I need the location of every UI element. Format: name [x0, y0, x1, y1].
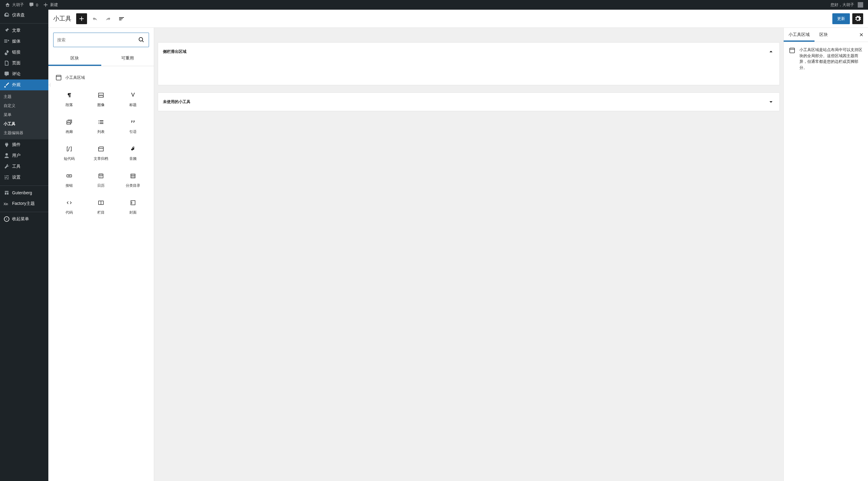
block-columns[interactable]: 栏目	[85, 194, 117, 221]
submenu-themes[interactable]: 主题	[0, 92, 49, 101]
new-label: 新建	[50, 2, 58, 7]
paragraph-icon	[66, 92, 73, 99]
admin-bar-new[interactable]: 新建	[40, 0, 60, 10]
dashboard-icon	[4, 12, 10, 18]
page-title: 小工具	[53, 14, 71, 23]
tab-reusable[interactable]: 可重用	[101, 52, 154, 66]
menu-pages[interactable]: 页面	[0, 58, 49, 69]
update-button[interactable]: 更新	[832, 13, 850, 24]
block-image[interactable]: 图像	[85, 87, 117, 114]
admin-bar-comments[interactable]: 0	[26, 0, 40, 10]
submenu-menus[interactable]: 菜单	[0, 110, 49, 119]
block-audio[interactable]: 音频	[117, 140, 149, 167]
menu-plugins[interactable]: 插件	[0, 139, 49, 150]
list-icon	[118, 15, 125, 22]
editor-canvas: 侧栏滑出区域 未使用的小工具	[154, 28, 783, 481]
menu-posts[interactable]: 文章	[0, 25, 49, 36]
widget-area-icon	[788, 47, 796, 54]
widget-area-1-header[interactable]: 侧栏滑出区域	[158, 42, 779, 61]
widget-area-1: 侧栏滑出区域	[158, 42, 780, 85]
block-heading[interactable]: 标题	[117, 87, 149, 114]
menu-collapse[interactable]: 收起菜单	[0, 214, 49, 224]
main: 小工具 更新 区块 可重用	[49, 10, 868, 481]
undo-icon	[91, 15, 98, 22]
block-gallery[interactable]: 画廊	[53, 114, 85, 140]
svg-text:Xin: Xin	[4, 202, 8, 206]
settings-close-button[interactable]	[855, 28, 868, 41]
admin-bar-site[interactable]: 大胡子	[2, 0, 26, 10]
link-icon	[4, 49, 10, 55]
svg-point-8	[133, 177, 133, 178]
shortcode-icon	[66, 145, 73, 153]
close-icon	[859, 32, 864, 37]
submenu-editor[interactable]: 主题编辑器	[0, 128, 49, 137]
settings-tab-area[interactable]: 小工具区域	[784, 28, 814, 42]
admin-bar-user[interactable]: 您好，大胡子	[828, 0, 866, 10]
tab-blocks[interactable]: 区块	[49, 52, 101, 66]
pin-icon	[4, 28, 10, 34]
settings-tabs: 小工具区域 区块	[784, 28, 868, 42]
quote-icon	[129, 119, 136, 126]
svg-point-5	[133, 176, 133, 177]
collapse-icon	[4, 216, 10, 222]
wrench-icon	[4, 163, 10, 169]
menu-links[interactable]: 链接	[0, 47, 49, 58]
block-button[interactable]: 按钮	[53, 167, 85, 194]
image-icon	[97, 92, 104, 99]
svg-point-9	[134, 177, 134, 178]
block-code[interactable]: 代码	[53, 194, 85, 221]
menu-comments[interactable]: 评论	[0, 69, 49, 79]
list-view-button[interactable]	[116, 13, 127, 24]
widget-area-2: 未使用的小工具	[158, 92, 780, 111]
search-input[interactable]	[57, 37, 138, 42]
svg-point-4	[131, 176, 132, 177]
submenu-customize[interactable]: 自定义	[0, 101, 49, 110]
svg-point-6	[134, 176, 134, 177]
chevron-up-icon	[767, 48, 775, 55]
search-box[interactable]	[53, 33, 149, 47]
block-archives[interactable]: 文章归档	[85, 140, 117, 167]
gutenberg-icon	[4, 190, 10, 196]
site-name: 大胡子	[12, 2, 24, 7]
inserter-tabs: 区块 可重用	[49, 52, 154, 66]
calendar-icon	[97, 172, 104, 180]
block-quote[interactable]: 引语	[117, 114, 149, 140]
block-categories[interactable]: 分类目录	[117, 167, 149, 194]
settings-tab-block[interactable]: 区块	[814, 28, 833, 42]
widget-area-2-header[interactable]: 未使用的小工具	[158, 93, 779, 111]
menu-appearance[interactable]: 外观	[0, 79, 49, 90]
menu-settings[interactable]: 设置	[0, 172, 49, 183]
heading-icon	[129, 92, 136, 99]
block-calendar[interactable]: 日历	[85, 167, 117, 194]
undo-button[interactable]	[89, 13, 100, 24]
block-shortcode[interactable]: 短代码	[53, 140, 85, 167]
plus-icon	[78, 15, 85, 22]
audio-icon	[129, 145, 136, 153]
widget-area-1-body[interactable]	[158, 61, 779, 85]
menu-media[interactable]: 媒体	[0, 36, 49, 47]
list-icon	[97, 119, 104, 126]
menu-gutenberg[interactable]: Gutenberg	[0, 187, 49, 198]
add-block-button[interactable]	[76, 13, 87, 24]
submenu-widgets[interactable]: 小工具	[0, 119, 49, 128]
widget-area-icon	[55, 74, 62, 81]
widget-area-2-title: 未使用的小工具	[163, 99, 190, 104]
block-inserter: 区块 可重用 小工具区域 段落 图像 标题 画廊 列表 引语	[49, 28, 154, 481]
button-icon	[66, 172, 73, 180]
admin-bar: 大胡子 0 新建 您好，大胡子	[0, 0, 868, 10]
menu-users[interactable]: 用户	[0, 150, 49, 161]
redo-button[interactable]	[103, 13, 114, 24]
comment-icon	[29, 2, 34, 7]
menu-dashboard[interactable]: 仪表盘	[0, 10, 49, 21]
comment-icon	[4, 71, 10, 77]
menu-tools[interactable]: 工具	[0, 161, 49, 172]
greeting: 您好，大胡子	[831, 2, 854, 7]
inserter-category: 小工具区域	[53, 71, 149, 84]
menu-factory[interactable]: XinFactory主题	[0, 198, 49, 209]
block-paragraph[interactable]: 段落	[53, 87, 85, 114]
block-cover[interactable]: 封面	[117, 194, 149, 221]
block-list[interactable]: 列表	[85, 114, 117, 140]
settings-toggle-button[interactable]	[852, 13, 863, 24]
category-label: 小工具区域	[65, 75, 85, 81]
xin-icon: Xin	[4, 201, 10, 207]
